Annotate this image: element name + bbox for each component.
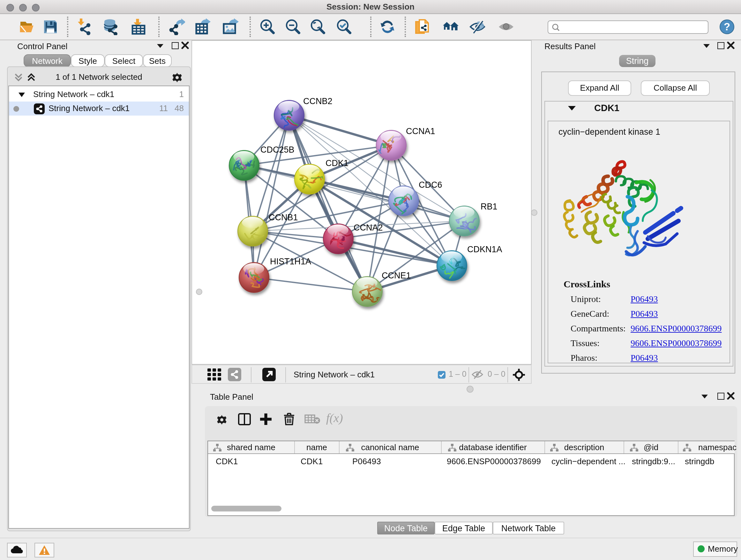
svg-text:CCNE1: CCNE1 (382, 271, 411, 280)
svg-text:CCNA2: CCNA2 (354, 223, 383, 233)
svg-text:CDKN1A: CDKN1A (467, 245, 502, 254)
svg-text:CDC25B: CDC25B (260, 145, 294, 154)
svg-text:CCNB2: CCNB2 (303, 97, 333, 106)
svg-text:CDK1: CDK1 (326, 159, 348, 168)
svg-text:CCNB1: CCNB1 (269, 212, 298, 222)
svg-text:RB1: RB1 (481, 202, 497, 211)
svg-text:CDC6: CDC6 (419, 180, 442, 190)
svg-text:HIST1H1A: HIST1H1A (270, 257, 311, 266)
svg-text:CCNA1: CCNA1 (406, 126, 435, 136)
svg-text:?: ? (724, 21, 730, 33)
